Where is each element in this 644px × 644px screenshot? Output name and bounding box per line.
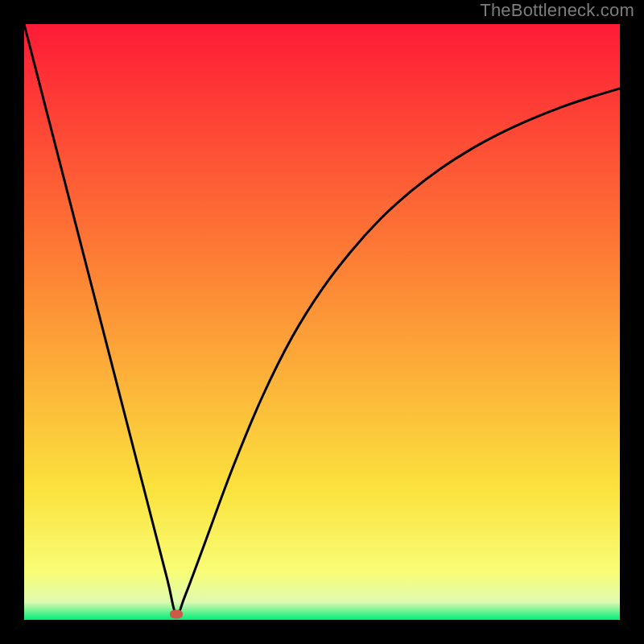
gradient-backdrop: [24, 24, 620, 620]
minimum-marker: [170, 609, 183, 618]
bottleneck-plot-svg: [24, 24, 620, 620]
plot-area: [24, 24, 620, 620]
watermark-text: TheBottleneck.com: [480, 0, 634, 21]
chart-frame: TheBottleneck.com: [0, 0, 644, 644]
